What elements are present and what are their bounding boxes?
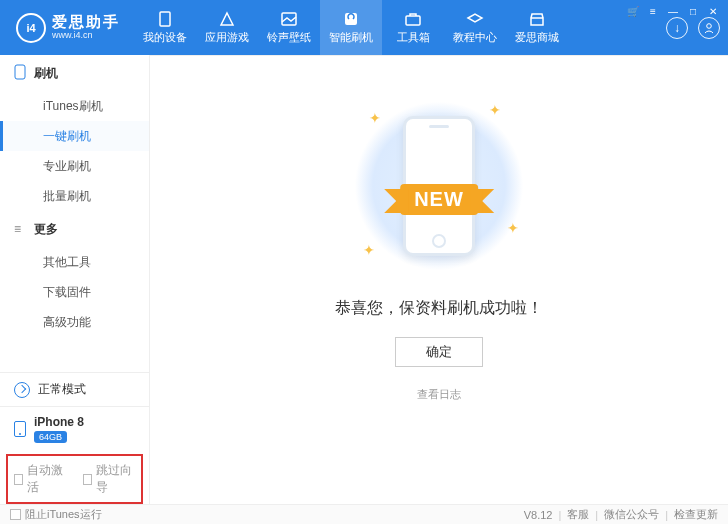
refresh-icon <box>14 382 30 398</box>
menu-icon[interactable]: ≡ <box>646 4 660 18</box>
nav-my-device[interactable]: 我的设备 <box>134 0 196 55</box>
phone-icon <box>156 11 174 27</box>
list-icon: ≡ <box>14 222 26 236</box>
maximize-icon[interactable]: □ <box>686 4 700 18</box>
version-label: V8.12 <box>524 509 553 521</box>
block-itunes-label: 阻止iTunes运行 <box>25 507 102 522</box>
section-more: ≡ 更多 <box>0 211 149 247</box>
option-skip-guide-label: 跳过向导 <box>96 462 135 496</box>
phone-outline-icon <box>14 64 26 83</box>
app-url: www.i4.cn <box>52 31 120 41</box>
section-flash: 刷机 <box>0 55 149 91</box>
checkbox-icon <box>14 474 23 485</box>
sidebar-item-oneclick[interactable]: 一键刷机 <box>0 121 149 151</box>
sidebar-item-firmware[interactable]: 下载固件 <box>0 277 149 307</box>
success-illustration: ✦ ✦ ✦ ✦ NEW <box>339 96 539 276</box>
view-log-link[interactable]: 查看日志 <box>417 387 461 402</box>
close-icon[interactable]: ✕ <box>706 4 720 18</box>
download-icon[interactable]: ↓ <box>666 17 688 39</box>
nav-label: 智能刷机 <box>329 30 373 45</box>
checkbox-icon <box>10 509 21 520</box>
sidebar-item-advanced[interactable]: 高级功能 <box>0 307 149 337</box>
option-skip-guide[interactable]: 跳过向导 <box>83 462 136 496</box>
cart-icon[interactable]: 🛒 <box>626 4 640 18</box>
ok-button[interactable]: 确定 <box>395 337 483 367</box>
sparkle-icon: ✦ <box>489 102 501 118</box>
option-auto-activate-label: 自动激活 <box>27 462 66 496</box>
svg-rect-3 <box>406 16 420 25</box>
option-auto-activate[interactable]: 自动激活 <box>14 462 67 496</box>
status-right: V8.12 | 客服 | 微信公众号 | 检查更新 <box>524 507 718 522</box>
nav-label: 我的设备 <box>143 30 187 45</box>
window-controls: 🛒 ≡ — □ ✕ <box>626 4 720 18</box>
sync-icon <box>342 11 360 27</box>
check-update-link[interactable]: 检查更新 <box>674 507 718 522</box>
nav-label: 铃声壁纸 <box>267 30 311 45</box>
separator: | <box>558 509 561 521</box>
minimize-icon[interactable]: — <box>666 4 680 18</box>
sidebar-item-pro[interactable]: 专业刷机 <box>0 151 149 181</box>
section-more-label: 更多 <box>34 221 58 238</box>
device-icon <box>14 421 26 437</box>
wechat-link[interactable]: 微信公众号 <box>604 507 659 522</box>
picture-icon <box>280 11 298 27</box>
sidebar: 刷机 iTunes刷机 一键刷机 专业刷机 批量刷机 ≡ 更多 其他工具 下载固… <box>0 55 150 504</box>
sparkle-icon: ✦ <box>369 110 381 126</box>
nav-tutorials[interactable]: 教程中心 <box>444 0 506 55</box>
app-logo: i4 爱思助手 www.i4.cn <box>8 13 128 43</box>
logo-text: 爱思助手 www.i4.cn <box>52 14 120 40</box>
device-name: iPhone 8 <box>34 415 84 429</box>
device-mode[interactable]: 正常模式 <box>0 372 149 406</box>
nav-label: 教程中心 <box>453 30 497 45</box>
briefcase-icon <box>404 11 422 27</box>
nav-label: 爱思商城 <box>515 30 559 45</box>
connected-device[interactable]: iPhone 8 64GB <box>0 406 149 450</box>
svg-rect-5 <box>15 65 25 79</box>
sparkle-icon: ✦ <box>363 242 375 258</box>
svg-rect-2 <box>345 13 357 25</box>
mode-label: 正常模式 <box>38 381 86 398</box>
status-bar: 阻止iTunes运行 V8.12 | 客服 | 微信公众号 | 检查更新 <box>0 504 728 524</box>
nav-smart-flash[interactable]: 智能刷机 <box>320 0 382 55</box>
new-ribbon: NEW <box>400 184 478 215</box>
cap-icon <box>466 11 484 27</box>
sparkle-icon: ✦ <box>507 220 519 236</box>
app-name-cn: 爱思助手 <box>52 14 120 31</box>
device-storage-badge: 64GB <box>34 431 67 443</box>
section-flash-label: 刷机 <box>34 65 58 82</box>
success-message: 恭喜您，保资料刷机成功啦！ <box>335 298 543 319</box>
block-itunes-checkbox[interactable]: 阻止iTunes运行 <box>10 507 102 522</box>
logo-icon: i4 <box>16 13 46 43</box>
sidebar-item-other[interactable]: 其他工具 <box>0 247 149 277</box>
nav-ringtones[interactable]: 铃声壁纸 <box>258 0 320 55</box>
options-highlight: 自动激活 跳过向导 <box>6 454 143 504</box>
sidebar-item-batch[interactable]: 批量刷机 <box>0 181 149 211</box>
nav-store[interactable]: 爱思商城 <box>506 0 568 55</box>
sidebar-item-itunes[interactable]: iTunes刷机 <box>0 91 149 121</box>
app-body: 刷机 iTunes刷机 一键刷机 专业刷机 批量刷机 ≡ 更多 其他工具 下载固… <box>0 55 728 504</box>
main-content: ✦ ✦ ✦ ✦ NEW 恭喜您，保资料刷机成功啦！ 确定 查看日志 <box>150 55 728 504</box>
checkbox-icon <box>83 474 92 485</box>
support-link[interactable]: 客服 <box>567 507 589 522</box>
nav-apps-games[interactable]: 应用游戏 <box>196 0 258 55</box>
svg-rect-0 <box>160 12 170 26</box>
header-actions: ↓ <box>666 17 720 39</box>
top-nav: 我的设备 应用游戏 铃声壁纸 智能刷机 工具箱 教程中心 爱思商城 <box>134 0 568 55</box>
separator: | <box>595 509 598 521</box>
user-icon[interactable] <box>698 17 720 39</box>
app-header: i4 爱思助手 www.i4.cn 我的设备 应用游戏 铃声壁纸 智能刷机 工具… <box>0 0 728 55</box>
device-text: iPhone 8 64GB <box>34 415 84 443</box>
nav-label: 应用游戏 <box>205 30 249 45</box>
svg-point-4 <box>707 23 712 28</box>
nav-label: 工具箱 <box>397 30 430 45</box>
nav-toolbox[interactable]: 工具箱 <box>382 0 444 55</box>
separator: | <box>665 509 668 521</box>
store-icon <box>528 11 546 27</box>
apps-icon <box>218 11 236 27</box>
